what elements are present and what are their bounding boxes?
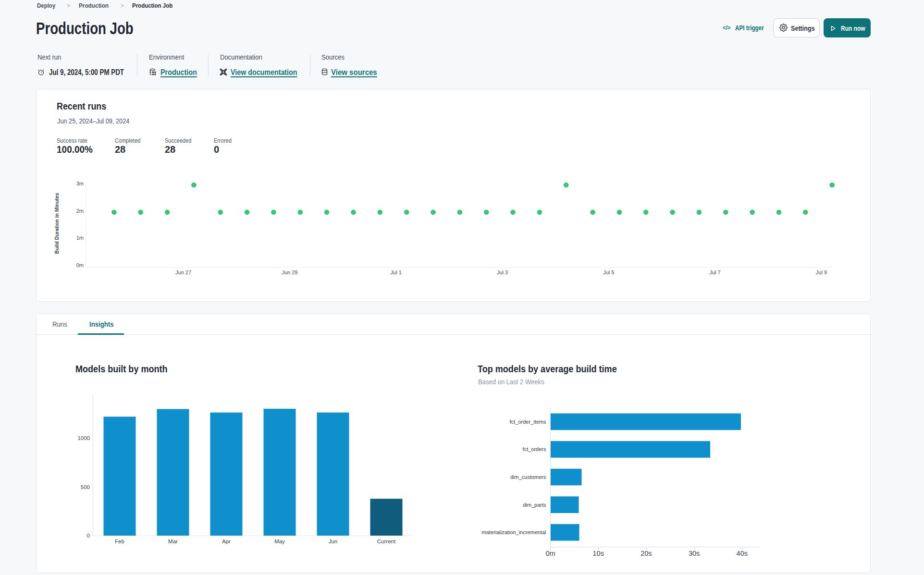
svg-text:30s: 30s [689, 550, 700, 557]
svg-text:0m: 0m [76, 262, 84, 268]
svg-text:fct_orders: fct_orders [523, 446, 546, 452]
svg-text:Mar: Mar [168, 538, 178, 544]
svg-text:Build Duration in Minutes: Build Duration in Minutes [54, 193, 60, 254]
svg-text:Jul 7: Jul 7 [709, 269, 720, 275]
svg-text:May: May [274, 538, 285, 544]
svg-text:1000: 1000 [77, 435, 90, 441]
svg-text:Jun 27: Jun 27 [175, 269, 191, 275]
svg-text:Jun 29: Jun 29 [282, 269, 297, 275]
svg-text:Jul 1: Jul 1 [391, 269, 402, 275]
svg-text:Jul 9: Jul 9 [816, 269, 827, 275]
svg-text:20s: 20s [641, 550, 652, 557]
svg-text:dim_customers: dim_customers [510, 474, 546, 480]
svg-text:Jul 3: Jul 3 [497, 269, 508, 275]
svg-text:500: 500 [81, 484, 90, 490]
svg-text:2m: 2m [76, 208, 84, 214]
svg-text:Apr: Apr [222, 538, 231, 544]
svg-text:materialization_incremental: materialization_incremental [482, 529, 546, 535]
svg-text:10s: 10s [593, 550, 604, 557]
svg-text:Current: Current [377, 538, 396, 544]
svg-text:0m: 0m [545, 550, 555, 557]
svg-text:0: 0 [87, 533, 90, 538]
svg-text:fct_order_items: fct_order_items [510, 419, 546, 425]
svg-text:40s: 40s [737, 550, 748, 557]
svg-text:1m: 1m [76, 235, 84, 241]
svg-text:Feb: Feb [115, 538, 124, 544]
svg-text:dim_parts: dim_parts [523, 502, 546, 508]
svg-text:Jul 5: Jul 5 [603, 269, 614, 275]
svg-text:3m: 3m [76, 181, 84, 186]
svg-text:Jun: Jun [329, 538, 338, 544]
